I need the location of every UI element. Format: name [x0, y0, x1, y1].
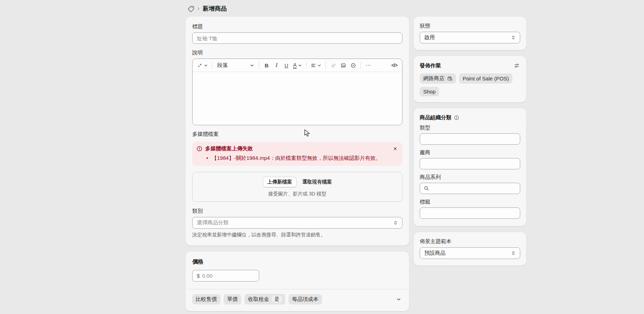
price-field[interactable]: $	[192, 270, 259, 282]
italic-glyph: I	[275, 62, 278, 69]
tag-icon[interactable]	[188, 5, 194, 12]
type-input[interactable]	[420, 133, 520, 145]
theme-template-select[interactable]: 預設商品	[420, 247, 520, 259]
media-upload-error-banner: 多媒體檔案上傳失敗 • 【1984】-關於1984.mp4：由於檔案類型無效，所…	[192, 142, 402, 166]
insert-image-button[interactable]	[339, 60, 348, 70]
pricing-card: 價格 $ 比較售價 單價 收取稅金 是 每品項成本	[186, 252, 409, 311]
underline-glyph: U	[285, 62, 288, 68]
select-updown-icon	[393, 221, 398, 225]
select-updown-icon	[511, 35, 516, 40]
text-color-button[interactable]: A	[292, 60, 303, 70]
channel-label: Point of Sale (POS)	[463, 76, 509, 81]
image-icon	[341, 63, 346, 68]
insert-video-button[interactable]	[348, 60, 358, 70]
title-label: 標題	[192, 23, 402, 30]
dismiss-error-button[interactable]	[392, 146, 398, 152]
theme-template-label: 佈景主題範本	[420, 238, 520, 245]
bold-button[interactable]: B	[262, 60, 271, 70]
upload-new-file-button[interactable]: 上傳新檔案	[263, 177, 297, 187]
description-editor: 段落 B I U A	[192, 59, 402, 125]
publishing-card: 發佈作業 網路商店	[414, 56, 526, 102]
category-help-text: 決定稅率並新增中繼欄位，以改善搜尋、篩選和跨管道銷售。	[192, 232, 402, 238]
charge-tax-chip[interactable]: 收取稅金 是	[244, 294, 285, 304]
error-title: 多媒體檔案上傳失敗	[205, 145, 389, 152]
chevron-down-icon	[298, 64, 302, 67]
toolbar-divider	[259, 62, 259, 69]
publishing-title: 發佈作業	[420, 62, 441, 69]
cost-per-item-chip[interactable]: 每品項成本	[288, 294, 322, 304]
category-select[interactable]: 選擇商品分類	[192, 217, 402, 229]
channel-pos-chip[interactable]: Point of Sale (POS)	[459, 73, 512, 84]
organization-card: 商品組織分類 類型 廠商 商品系列	[414, 108, 526, 226]
unit-price-chip[interactable]: 單價	[224, 294, 241, 304]
breadcrumb-chevron-icon: ›	[198, 5, 200, 12]
channel-shop-chip[interactable]: Shop	[420, 87, 439, 96]
chevron-down-icon	[396, 297, 401, 302]
unit-price-chip-label: 單價	[227, 296, 238, 303]
chevron-down-icon	[317, 64, 321, 67]
close-icon	[393, 146, 397, 151]
bullet: •	[206, 155, 208, 162]
sparkle-icon	[197, 63, 202, 68]
channel-online-store-chip[interactable]: 網路商店	[420, 73, 456, 84]
chevron-down-icon	[250, 64, 254, 67]
toolbar-divider	[360, 62, 361, 69]
description-input[interactable]	[193, 72, 402, 125]
vendor-label: 廠商	[420, 149, 520, 156]
cost-per-item-chip-label: 每品項成本	[292, 296, 318, 303]
add-product-page: › 新增商品 標題 說明	[0, 0, 644, 314]
alert-circle-icon	[196, 146, 202, 152]
underline-button[interactable]: U	[282, 60, 291, 70]
description-label: 說明	[192, 49, 402, 56]
more-options-button[interactable]: ⋯	[364, 60, 373, 70]
compare-price-chip[interactable]: 比較售價	[192, 294, 220, 304]
select-existing-file-button[interactable]: 選取現有檔案	[302, 179, 332, 185]
info-icon[interactable]	[454, 115, 459, 120]
expand-pricing-button[interactable]	[395, 296, 402, 303]
status-value: 啟用	[424, 34, 511, 41]
tags-label: 標籤	[420, 199, 520, 205]
vendor-input[interactable]	[420, 158, 520, 169]
organization-title: 商品組織分類	[420, 114, 451, 121]
collections-search-input[interactable]	[420, 183, 520, 194]
media-dropzone[interactable]: 上傳新檔案 選取現有檔案 接受圖片、影片或 3D 模型	[192, 172, 402, 202]
status-select[interactable]: 啟用	[420, 32, 520, 43]
product-details-card: 標題 說明	[186, 17, 409, 246]
channel-label: Shop	[423, 89, 436, 95]
compare-price-chip-label: 比較售價	[196, 296, 217, 303]
bold-glyph: B	[265, 62, 269, 68]
italic-button[interactable]: I	[272, 60, 281, 70]
show-html-button[interactable]: </>	[390, 60, 399, 70]
editor-toolbar: 段落 B I U A	[193, 59, 402, 72]
publishing-settings-button[interactable]	[513, 62, 520, 69]
link-icon	[331, 63, 336, 68]
tags-input[interactable]	[420, 207, 520, 219]
type-label: 類型	[420, 125, 520, 131]
sliders-icon	[514, 63, 520, 68]
pricing-title: 價格	[192, 258, 402, 266]
play-circle-icon	[351, 63, 356, 68]
ai-magic-button[interactable]	[196, 60, 209, 70]
status-label: 狀態	[420, 23, 520, 29]
charge-tax-chip-label: 收取稅金	[248, 296, 269, 303]
search-icon	[424, 186, 429, 192]
toolbar-divider	[326, 62, 326, 69]
media-hint: 接受圖片、影片或 3D 模型	[196, 191, 399, 197]
chevron-down-icon	[204, 64, 208, 67]
price-input[interactable]	[202, 273, 255, 279]
alignment-button[interactable]	[309, 60, 323, 70]
media-label: 多媒體檔案	[192, 131, 402, 138]
paragraph-style-dropdown[interactable]: 段落	[215, 60, 256, 70]
toolbar-divider	[306, 62, 306, 69]
theme-template-value: 預設商品	[424, 250, 511, 256]
toolbar-divider	[212, 62, 212, 69]
align-left-icon	[311, 63, 316, 68]
breadcrumb: › 新增商品	[186, 0, 526, 17]
link-button[interactable]	[329, 60, 338, 70]
calendar-clock-icon	[447, 76, 452, 81]
channel-label: 網路商店	[423, 75, 444, 82]
collections-label: 商品系列	[420, 174, 520, 181]
select-updown-icon	[511, 251, 516, 255]
title-input[interactable]	[192, 32, 402, 44]
status-card: 狀態 啟用	[414, 17, 526, 50]
